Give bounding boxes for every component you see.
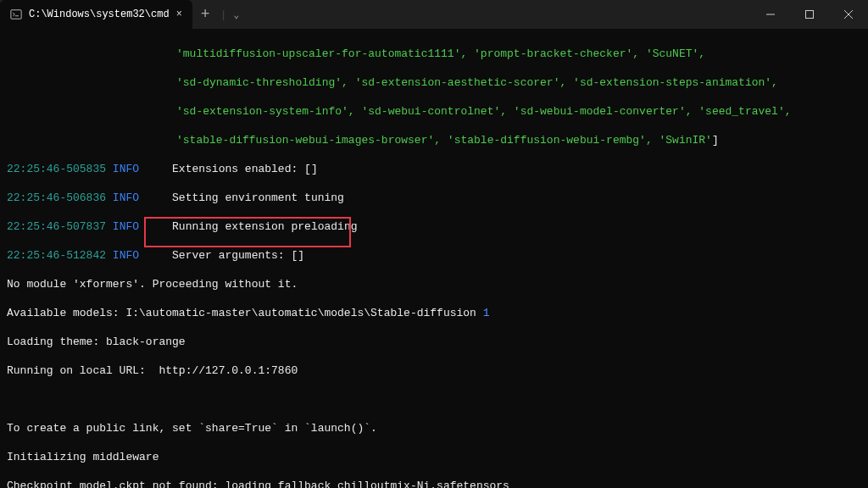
- minimize-button[interactable]: [751, 0, 790, 29]
- extension-list-line: 'stable-diffusion-webui-images-browser',…: [176, 133, 861, 147]
- extension-list-line: 'sd-extension-system-info', 'sd-webui-co…: [176, 104, 861, 119]
- window-controls: [751, 0, 868, 29]
- tab-strip: C:\Windows\system32\cmd × + | ⌄: [0, 0, 244, 29]
- terminal-icon: [10, 8, 22, 20]
- local-url-line: Running on local URL: http://127.0.0.1:7…: [7, 363, 861, 378]
- log-line: Initializing middleware: [7, 450, 861, 464]
- svg-rect-0: [11, 10, 21, 19]
- log-line: To create a public link, set `share=True…: [7, 421, 861, 435]
- log-line: Checkpoint model.ckpt not found; loading…: [7, 479, 861, 488]
- tab-cmd[interactable]: C:\Windows\system32\cmd ×: [0, 0, 192, 29]
- tab-dropdown-icon[interactable]: ⌄: [228, 9, 244, 20]
- log-line: 22:25:46-512842 INFO Server arguments: […: [7, 248, 861, 263]
- terminal-output[interactable]: 'multidiffusion-upscaler-for-automatic11…: [0, 29, 868, 488]
- log-line: No module 'xformers'. Proceeding without…: [7, 277, 861, 291]
- log-line: 22:25:46-506836 INFO Setting environment…: [7, 191, 861, 205]
- svg-rect-2: [806, 11, 814, 19]
- tab-title: C:\Windows\system32\cmd: [29, 8, 170, 20]
- new-tab-button[interactable]: +: [192, 6, 219, 23]
- tab-divider: |: [219, 8, 229, 21]
- titlebar: C:\Windows\system32\cmd × + | ⌄: [0, 0, 868, 29]
- close-tab-icon[interactable]: ×: [176, 8, 182, 20]
- log-line: 22:25:46-507837 INFO Running extension p…: [7, 219, 861, 234]
- close-button[interactable]: [829, 0, 868, 29]
- extension-list-line: 'multidiffusion-upscaler-for-automatic11…: [176, 47, 861, 61]
- log-line: Loading theme: black-orange: [7, 335, 861, 349]
- blank-line: [7, 392, 861, 407]
- extension-list-line: 'sd-dynamic-thresholding', 'sd-extension…: [176, 75, 861, 90]
- log-line: 22:25:46-505835 INFO Extensions enabled:…: [7, 162, 861, 176]
- maximize-button[interactable]: [790, 0, 829, 29]
- log-line: Available models: I:\automatic-master\au…: [7, 306, 861, 320]
